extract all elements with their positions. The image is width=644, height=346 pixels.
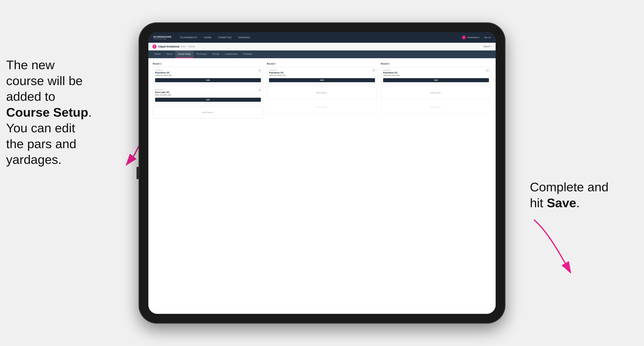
round-1-add-course-button[interactable]: Add Course +: [153, 106, 263, 119]
user-email: blair@clippd.io: [467, 36, 479, 38]
tab-results[interactable]: Results: [210, 50, 222, 58]
tabs-bar: Details Teams Course Setup Tee Groups Re…: [148, 50, 496, 58]
main-content: Round 1 ⊠ (Course A) Peachtree GC Yellow…: [148, 58, 496, 314]
round-1-course-b-card: ⊠ (Course B) East Lake GC Black (M) (689…: [153, 86, 263, 104]
tab-details[interactable]: Details: [152, 50, 164, 58]
round-1-course-a-name: Peachtree GC: [155, 71, 261, 74]
nav-rankings[interactable]: RANKINGS: [238, 36, 250, 39]
round-1-title: Round 1: [153, 63, 263, 65]
annotation-right: Complete and hit Save.: [530, 179, 628, 211]
round-3-column: Round 3 ⊠ (Course A) Peachtree GC Yellow…: [381, 63, 491, 121]
round-2-course-a-delete[interactable]: ⊠: [372, 69, 376, 72]
hosting-label: Hosting: [188, 45, 195, 48]
round-1-course-a-tee: Yellow (M) (6629 yds): [155, 74, 261, 76]
nav-tournaments[interactable]: TOURNAMENTS: [180, 36, 197, 39]
round-1-course-b-tee: Black (M) (6891 yds): [155, 94, 261, 96]
tournament-name: Clippd Invitational: [158, 45, 179, 48]
arrow-right-icon: [522, 218, 591, 283]
logo-subtitle: Powered by clippd: [153, 38, 172, 39]
nav-user-area: blair@clippd.io | Sign out: [462, 36, 491, 39]
cancel-button[interactable]: Cancel ×: [483, 45, 492, 48]
round-2-course-a-name: Peachtree GC: [269, 71, 375, 74]
round-1-course-b-edit-button[interactable]: Edit: [155, 98, 261, 102]
round-3-course-a-label: (Course A): [383, 69, 489, 71]
tab-tee-groups[interactable]: Tee Groups: [194, 50, 210, 58]
round-2-course-a-label: (Course A): [269, 69, 375, 71]
round-3-add-course-active-button[interactable]: Add Course +: [381, 86, 491, 99]
round-2-course-a-edit-button[interactable]: Edit: [269, 78, 375, 82]
tournament-badge: (Men): [180, 45, 186, 48]
nav-divider: |: [482, 36, 482, 38]
tablet-side-button: [136, 167, 138, 179]
tab-printables[interactable]: Printables: [240, 50, 255, 58]
tab-leaderboards[interactable]: Leaderboards: [222, 50, 240, 58]
tab-course-setup[interactable]: Course Setup: [175, 50, 194, 58]
round-1-course-a-delete[interactable]: ⊠: [258, 69, 261, 72]
round-3-add-course-disabled-button: Add Course +: [381, 101, 491, 113]
round-1-course-a-edit-button[interactable]: Edit: [155, 78, 261, 82]
rounds-grid: Round 1 ⊠ (Course A) Peachtree GC Yellow…: [153, 63, 491, 121]
round-2-add-course-disabled-button: Add Course +: [267, 101, 377, 113]
tournament-logo: C: [152, 45, 156, 49]
round-2-add-course-active-button[interactable]: Add Course +: [267, 86, 377, 99]
scoreboard-logo: SCOREBOARD Powered by clippd: [153, 36, 172, 39]
annotation-left: The new course will be added to Course S…: [6, 57, 124, 168]
save-bold: Save: [547, 196, 576, 210]
round-1-column: Round 1 ⊠ (Course A) Peachtree GC Yellow…: [153, 63, 263, 121]
round-3-course-a-name: Peachtree GC: [383, 71, 489, 74]
course-setup-bold: Course Setup: [6, 105, 88, 119]
round-1-course-b-label: (Course B): [155, 89, 261, 91]
round-3-course-a-tee: Yellow (M) (6629 yds): [383, 74, 489, 76]
round-2-title: Round 2: [267, 63, 377, 65]
round-1-course-b-delete[interactable]: ⊠: [258, 88, 261, 92]
tablet-screen: SCOREBOARD Powered by clippd TOURNAMENTS…: [148, 32, 496, 314]
sign-out-link[interactable]: Sign out: [484, 36, 491, 38]
sub-header: C Clippd Invitational (Men) Hosting Canc…: [148, 43, 496, 50]
tablet-device: SCOREBOARD Powered by clippd TOURNAMENTS…: [138, 22, 506, 324]
nav-committee[interactable]: COMMITTEE: [218, 36, 232, 39]
round-1-course-a-card: ⊠ (Course A) Peachtree GC Yellow (M) (66…: [153, 67, 263, 84]
user-avatar: [462, 36, 466, 39]
round-3-course-a-delete[interactable]: ⊠: [486, 69, 489, 72]
tab-teams[interactable]: Teams: [164, 50, 175, 58]
round-2-course-a-tee: Yellow (M) (6629 yds): [269, 74, 375, 76]
top-navigation: SCOREBOARD Powered by clippd TOURNAMENTS…: [148, 32, 496, 43]
round-1-course-b-name: East Lake GC: [155, 91, 261, 93]
logo-title: SCOREBOARD: [153, 36, 172, 38]
round-2-course-a-card: ⊠ (Course A) Peachtree GC Yellow (M) (66…: [267, 67, 377, 84]
round-1-course-a-label: (Course A): [155, 69, 261, 71]
round-3-title: Round 3: [381, 63, 491, 65]
round-2-column: Round 2 ⊠ (Course A) Peachtree GC Yellow…: [267, 63, 377, 121]
nav-teams[interactable]: TEAMS: [204, 36, 211, 39]
round-3-course-a-edit-button[interactable]: Edit: [383, 78, 489, 82]
round-3-course-a-card: ⊠ (Course A) Peachtree GC Yellow (M) (66…: [381, 67, 491, 84]
